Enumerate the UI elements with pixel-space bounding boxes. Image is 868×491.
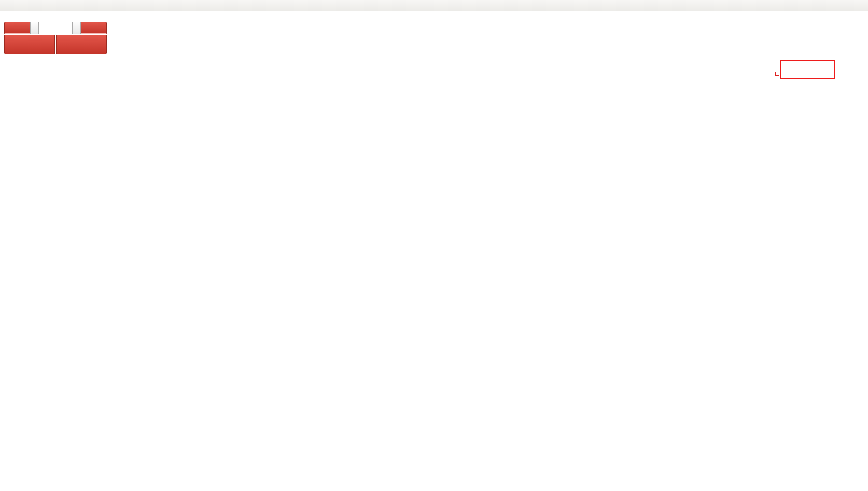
toolbar — [0, 0, 868, 11]
volume-input[interactable] — [39, 22, 72, 34]
chart-canvas[interactable] — [0, 11, 868, 491]
sell-price-button[interactable] — [4, 35, 55, 54]
buy-price-button[interactable] — [56, 35, 107, 54]
one-click-trading-panel — [4, 22, 107, 54]
volume-decrease-button[interactable] — [30, 22, 39, 34]
price-callout-label[interactable] — [780, 60, 835, 79]
line-anchor-marker[interactable] — [775, 72, 779, 76]
sell-button[interactable] — [4, 22, 30, 34]
buy-button[interactable] — [81, 22, 107, 34]
chart-title — [4, 15, 10, 22]
volume-increase-button[interactable] — [72, 22, 81, 34]
